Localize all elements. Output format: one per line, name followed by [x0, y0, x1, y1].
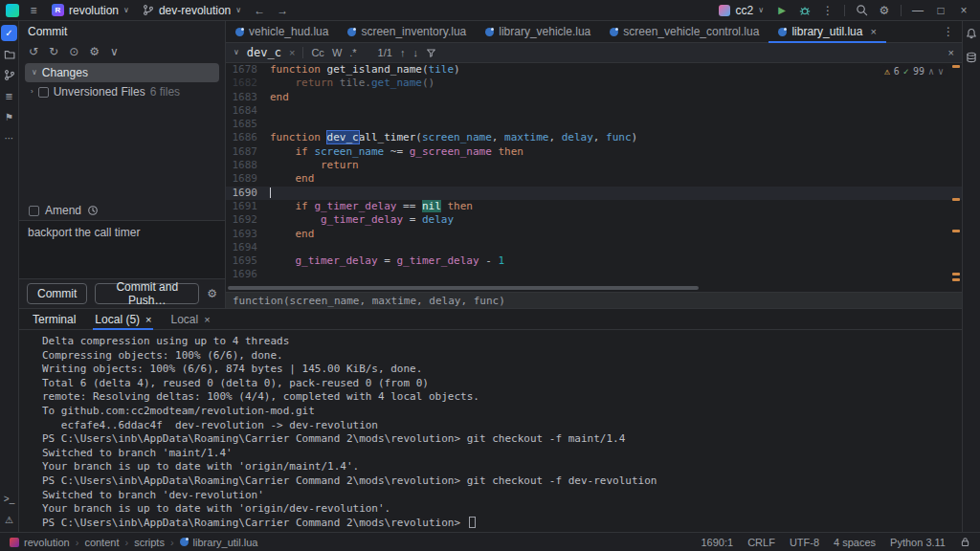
previous-occurrence-icon[interactable]: ↑: [400, 47, 406, 58]
terminal-title[interactable]: Terminal: [23, 309, 85, 329]
code-area[interactable]: 1678function get_island_name(tile)1682 r…: [226, 63, 962, 284]
find-input[interactable]: dev_c: [247, 46, 281, 59]
view-options-gear-icon[interactable]: ⚙: [89, 45, 100, 58]
code-line[interactable]: 1687 if screen_name ~= g_screen_name the…: [226, 145, 962, 159]
warning-scroll-mark: [952, 230, 960, 232]
horizontal-scrollbar[interactable]: [226, 284, 962, 292]
breadcrumb-label: revolution: [24, 537, 70, 548]
line-number: 1694: [226, 241, 270, 254]
chevron-up-icon[interactable]: ∧: [928, 66, 934, 77]
editor-tab[interactable]: vehicle_hud.lua: [226, 21, 338, 42]
terminal-output[interactable]: Delta compression using up to 4 threadsC…: [19, 330, 962, 532]
toolwindow-notifications-icon[interactable]: [964, 25, 980, 41]
toolwindow-bookmarks-icon[interactable]: ⚑: [1, 109, 17, 125]
code-line[interactable]: 1692 g_timer_delay = delay: [226, 213, 962, 227]
code-line[interactable]: 1691 if g_timer_delay == nil then: [226, 200, 962, 213]
toolwindow-structure-icon[interactable]: ≣: [1, 88, 17, 104]
code-line[interactable]: 1694: [226, 241, 962, 254]
code-line[interactable]: 1684: [226, 104, 962, 118]
status-line-ending[interactable]: CRLF: [747, 537, 775, 548]
minimize-button[interactable]: —: [907, 2, 928, 19]
commit-and-push-button[interactable]: Commit and Push…: [95, 283, 199, 304]
close-tab-icon[interactable]: ×: [870, 26, 876, 37]
code-line[interactable]: 1682 return tile.get_name(): [226, 77, 962, 90]
match-case-toggle[interactable]: Cc: [311, 47, 323, 58]
search-everywhere-button[interactable]: [851, 2, 872, 19]
status-interpreter[interactable]: Python 3.11: [890, 537, 946, 548]
code-line[interactable]: 1686function dev_call_timer(screen_name,…: [226, 131, 962, 144]
branch-selector[interactable]: dev-revolution ∨: [137, 2, 247, 19]
chevron-down-icon[interactable]: ∨: [938, 66, 944, 77]
unversioned-files-node[interactable]: › Unversioned Files 6 files: [19, 82, 225, 101]
close-terminal-tab-icon[interactable]: ×: [145, 314, 151, 325]
regex-toggle[interactable]: .*: [349, 47, 356, 58]
commit-button[interactable]: Commit: [27, 283, 87, 304]
toolwindow-more-tools-icon[interactable]: ⋯: [1, 130, 17, 146]
terminal-tab-label: Local (5): [95, 313, 140, 326]
status-indent[interactable]: 4 spaces: [834, 537, 876, 548]
run-button[interactable]: ▶: [771, 2, 792, 19]
commit-message-input[interactable]: backport the call timer: [19, 220, 225, 279]
toolwindow-project-icon[interactable]: [1, 46, 17, 62]
settings-gear-button[interactable]: ⚙: [874, 2, 895, 19]
commit-options-gear-icon[interactable]: ⚙: [207, 287, 217, 300]
tab-bar-more-icon[interactable]: ⋮: [935, 21, 962, 42]
right-toolwindow-bar: [962, 21, 980, 532]
close-button[interactable]: ×: [953, 2, 974, 19]
code-line[interactable]: 1683end: [226, 91, 962, 104]
code-line[interactable]: 1689 end: [226, 172, 962, 186]
more-actions-button[interactable]: ⋮: [817, 2, 838, 19]
toolwindow-problems-icon[interactable]: ⚠: [1, 512, 17, 528]
whole-words-toggle[interactable]: W: [332, 47, 342, 58]
filter-search-icon[interactable]: [426, 48, 436, 58]
editor-tab[interactable]: screen_inventory.lua: [338, 21, 476, 42]
project-selector[interactable]: R revolution ∨: [46, 2, 135, 19]
code-line[interactable]: 1688 return: [226, 159, 962, 172]
toolwindow-vcs-icon[interactable]: [1, 67, 17, 83]
status-cursor-position[interactable]: 1690:1: [702, 537, 734, 548]
breadcrumb-item[interactable]: library_util.lua: [180, 537, 258, 548]
close-find-icon[interactable]: ×: [948, 47, 954, 58]
toolwindow-terminal-icon[interactable]: >_: [1, 491, 17, 507]
inspections-widget[interactable]: ⚠ 6 ✓ 99 ∧ ∨: [880, 65, 948, 77]
forward-button[interactable]: →: [272, 2, 293, 19]
debug-button[interactable]: [794, 2, 815, 19]
toolwindow-database-icon[interactable]: [964, 49, 980, 65]
terminal-tab[interactable]: Local×: [161, 309, 219, 329]
clear-search-icon[interactable]: ×: [289, 47, 295, 58]
code-line[interactable]: 1690: [226, 187, 962, 200]
next-occurrence-icon[interactable]: ↓: [412, 47, 418, 58]
scrollbar-thumb[interactable]: [228, 286, 699, 290]
breadcrumb-item[interactable]: scripts: [134, 537, 165, 548]
code-line[interactable]: 1693 end: [226, 228, 962, 241]
rollback-icon[interactable]: ↺: [29, 45, 38, 58]
code-line[interactable]: 1685: [226, 118, 962, 131]
show-diff-eye-icon[interactable]: ⊙: [69, 45, 78, 58]
expand-icon[interactable]: ∨: [110, 45, 119, 58]
commit-history-clock-icon[interactable]: [87, 205, 99, 216]
code-line[interactable]: 1678function get_island_name(tile): [226, 63, 962, 77]
editor-tab[interactable]: screen_vehicle_control.lua: [600, 21, 768, 42]
run-config-selector[interactable]: cc2 ∨: [713, 2, 769, 19]
changes-node[interactable]: ∨ Changes: [25, 63, 219, 82]
terminal-tab[interactable]: Local (5)×: [85, 309, 161, 329]
code-line[interactable]: 1695 g_timer_delay = g_timer_delay - 1: [226, 254, 962, 268]
editor-tab[interactable]: library_vehicle.lua: [476, 21, 600, 42]
chevron-right-icon: ›: [31, 88, 33, 96]
unversioned-checkbox[interactable]: [38, 87, 49, 98]
status-encoding[interactable]: UTF-8: [790, 537, 819, 548]
close-terminal-tab-icon[interactable]: ×: [204, 314, 210, 325]
refresh-icon[interactable]: ↻: [49, 45, 58, 58]
editor-tab[interactable]: library_util.lua×: [768, 21, 885, 42]
back-button[interactable]: ←: [249, 2, 270, 19]
toolwindow-commit-icon[interactable]: ✓: [1, 25, 17, 41]
code-line[interactable]: 1696: [226, 268, 962, 281]
breadcrumb-item[interactable]: content: [84, 537, 119, 548]
expand-replace-icon[interactable]: ∨: [234, 49, 239, 56]
maximize-button[interactable]: □: [930, 2, 951, 19]
lock-icon[interactable]: [960, 537, 970, 547]
amend-checkbox[interactable]: [29, 206, 39, 216]
breadcrumb-item[interactable]: revolution: [10, 537, 70, 548]
main-menu-icon[interactable]: ≡: [23, 2, 44, 19]
changes-label: Changes: [42, 66, 88, 79]
